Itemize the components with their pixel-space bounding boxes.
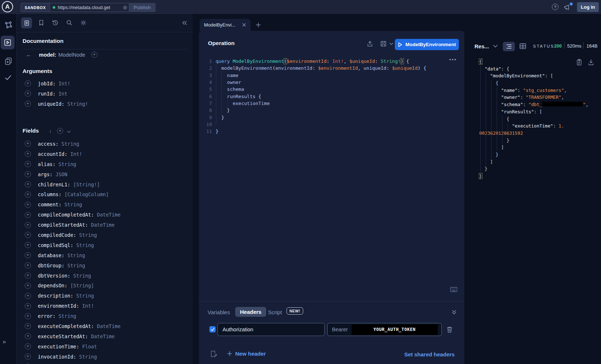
field-row-description[interactable]: +description: String — [17, 291, 193, 301]
tab-headers[interactable]: Headers — [235, 307, 266, 317]
field-type[interactable]: DateTime — [88, 222, 115, 228]
field-row-accountId[interactable]: +accountId: Int! — [17, 149, 193, 159]
add-field-icon[interactable]: + — [25, 353, 31, 360]
save-operation-icon[interactable] — [380, 40, 387, 47]
field-type[interactable]: String — [70, 273, 91, 279]
field-type[interactable]: JSON — [53, 171, 68, 177]
field-row-error[interactable]: +error: String — [17, 311, 193, 321]
field-type[interactable]: [CatalogColumn] — [61, 191, 109, 197]
collapse-bottom-panel-icon[interactable] — [451, 309, 457, 315]
argument-row-runId[interactable]: +runId: Int — [17, 89, 193, 99]
add-field-icon[interactable]: + — [25, 212, 31, 218]
field-row-jobId[interactable]: +jobId: Int! — [17, 362, 193, 364]
add-field-icon[interactable]: + — [25, 141, 31, 147]
add-field-icon[interactable]: + — [25, 252, 31, 258]
field-type[interactable]: String — [64, 263, 85, 268]
argument-type[interactable]: String! — [64, 101, 88, 107]
field-row-dependsOn[interactable]: +dependsOn: [String] — [17, 280, 193, 291]
argument-row-jobId[interactable]: +jobId: Int! — [17, 78, 193, 89]
field-type[interactable]: String — [59, 141, 79, 147]
endpoint-url-input[interactable]: https://metadata.cloud.get — [50, 3, 131, 12]
add-field-icon[interactable]: + — [25, 323, 31, 329]
field-row-childrenL1[interactable]: +childrenL1: [String!] — [17, 179, 193, 190]
expand-rail-icon[interactable]: » — [3, 338, 6, 345]
field-type[interactable]: [String] — [67, 283, 94, 288]
field-row-compiledCode[interactable]: +compiledCode: String — [17, 230, 193, 240]
field-row-executionTime[interactable]: +executionTime: Float — [17, 341, 193, 352]
add-field-icon[interactable]: + — [25, 333, 31, 339]
checks-icon[interactable] — [4, 73, 12, 81]
editor-line-3[interactable]: 3 name — [199, 72, 426, 79]
field-type[interactable]: [String!] — [70, 182, 100, 187]
header-value-input[interactable]: Bearer YOUR_AUTH_TOKEN — [327, 323, 442, 336]
field-type[interactable]: String — [56, 313, 76, 319]
editor-line-7[interactable]: 7 executionTime — [199, 100, 426, 107]
field-type[interactable]: DateTime — [94, 212, 120, 218]
editor-line-2[interactable]: 2 modelByEnvironment(environmentId: $env… — [199, 65, 426, 72]
field-row-compileCompletedAt[interactable]: +compileCompletedAt: DateTime — [17, 210, 193, 220]
field-row-columns[interactable]: +columns: [CatalogColumn] — [17, 189, 193, 199]
new-tab-icon[interactable] — [256, 22, 261, 28]
add-field-icon[interactable]: + — [25, 303, 31, 309]
add-argument-icon[interactable]: + — [25, 80, 31, 86]
field-type[interactable]: Int! — [79, 303, 94, 309]
field-type[interactable]: Float — [79, 344, 97, 349]
run-operation-button[interactable]: ModelByEnvironment — [395, 39, 459, 50]
keyboard-shortcuts-icon[interactable] — [450, 287, 457, 292]
bookmarks-icon[interactable] — [38, 19, 45, 26]
help-icon[interactable]: ? — [552, 4, 558, 10]
history-icon[interactable] — [52, 19, 59, 26]
field-type[interactable]: String — [73, 293, 94, 299]
argument-type[interactable]: Int! — [56, 81, 71, 86]
field-row-environmentId[interactable]: +environmentId: Int! — [17, 301, 193, 311]
field-row-dbtGroup[interactable]: +dbtGroup: String — [17, 260, 193, 271]
save-options-chevron-icon[interactable] — [389, 43, 393, 45]
argument-type[interactable]: Int — [56, 91, 68, 97]
add-field-icon[interactable]: + — [25, 232, 31, 238]
login-button[interactable]: Log in — [577, 2, 599, 12]
add-field-icon[interactable]: + — [25, 283, 31, 289]
add-field-icon[interactable]: + — [25, 191, 31, 198]
editor-line-8[interactable]: 8 } — [199, 107, 426, 114]
field-type[interactable]: DateTime — [94, 323, 120, 329]
close-tab-icon[interactable] — [242, 23, 246, 27]
add-argument-icon[interactable]: + — [25, 90, 31, 97]
response-dropdown-chevron-icon[interactable] — [493, 45, 498, 48]
endpoint-settings-gear-icon[interactable] — [122, 5, 128, 11]
editor-line-10[interactable]: 10 — [199, 121, 426, 128]
docs-tab-icon[interactable] — [21, 17, 32, 28]
apollo-logo-icon[interactable]: A — [2, 1, 13, 12]
editor-line-11[interactable]: 11} — [199, 128, 426, 135]
fields-add-chevron-icon[interactable] — [67, 129, 71, 133]
field-row-executeStartedAt[interactable]: +executeStartedAt: DateTime — [17, 331, 193, 341]
add-field-icon[interactable]: + — [25, 151, 31, 157]
field-type[interactable]: Int! — [67, 151, 82, 157]
field-row-database[interactable]: +database: String — [17, 250, 193, 260]
field-type[interactable]: DateTime — [88, 333, 115, 339]
add-field-icon[interactable]: + — [25, 272, 31, 279]
field-row-args[interactable]: +args: JSON — [17, 169, 193, 179]
tab-script[interactable]: Script — [268, 309, 282, 315]
add-field-icon[interactable]: + — [25, 242, 31, 248]
field-type[interactable]: String — [61, 202, 82, 207]
editor-line-1[interactable]: 1query ModelByEnvironment($environmentId… — [199, 58, 426, 65]
add-fields-icon[interactable]: + — [57, 128, 63, 134]
add-field-icon[interactable]: + — [25, 161, 31, 167]
operation-collections-icon[interactable] — [4, 57, 13, 65]
argument-row-uniqueId[interactable]: +uniqueId: String! — [17, 99, 193, 109]
add-field-icon[interactable]: + — [25, 202, 31, 208]
response-view-table-icon[interactable] — [519, 43, 526, 49]
response-view-formatted-icon[interactable] — [503, 42, 515, 51]
header-key-input[interactable]: Authorization — [217, 323, 325, 336]
add-field-icon[interactable]: + — [25, 181, 31, 187]
sort-fields-icon[interactable]: ↓ — [49, 128, 52, 134]
query-editor[interactable]: 1query ModelByEnvironment($environmentId… — [199, 58, 426, 135]
preflight-script-icon[interactable] — [210, 350, 217, 357]
add-field-icon[interactable]: + — [25, 293, 31, 299]
set-shared-headers-link[interactable]: Set shared headers — [404, 351, 454, 357]
field-row-access[interactable]: +access: String — [17, 139, 193, 149]
editor-line-9[interactable]: 9 } — [199, 114, 426, 121]
back-arrow-icon[interactable]: ← — [26, 52, 32, 58]
add-field-icon[interactable]: + — [25, 222, 31, 228]
field-type[interactable]: String — [76, 232, 97, 238]
